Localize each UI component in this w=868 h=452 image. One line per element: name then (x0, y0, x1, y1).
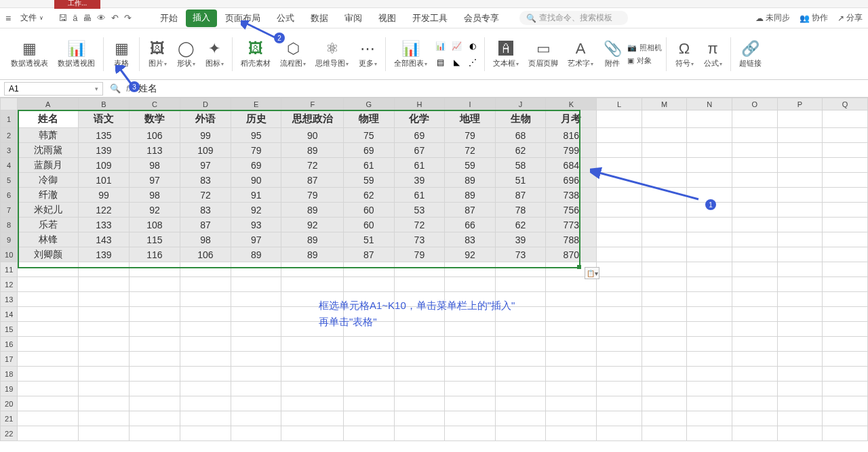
name-box[interactable]: A1▾ (4, 82, 103, 96)
cell-C9[interactable]: 115 (129, 232, 180, 247)
cell-H3[interactable]: 67 (394, 143, 445, 158)
cell-M18[interactable] (642, 367, 687, 382)
cell-N8[interactable] (687, 218, 732, 232)
cell-D21[interactable] (180, 411, 231, 426)
ribbon-icons[interactable]: ✦图标▾ (201, 31, 228, 77)
cell-G7[interactable]: 60 (344, 203, 395, 218)
cell-M7[interactable] (642, 203, 687, 218)
cell-Q21[interactable] (823, 411, 868, 426)
cell-M9[interactable] (642, 232, 687, 247)
cell-H8[interactable]: 72 (394, 218, 445, 232)
col-header-M[interactable]: M (642, 98, 687, 110)
cell-H19[interactable] (394, 382, 445, 396)
redo-icon[interactable]: ↷ (124, 13, 132, 23)
cell-Q8[interactable] (823, 218, 868, 232)
cell-A12[interactable] (18, 277, 79, 292)
cell-D12[interactable] (180, 277, 231, 292)
cell-L2[interactable] (597, 128, 642, 143)
cell-G1[interactable]: 物理 (344, 110, 395, 128)
cell-K7[interactable]: 756 (546, 203, 597, 218)
cell-O7[interactable] (732, 203, 778, 218)
col-header-J[interactable]: J (495, 98, 546, 110)
cell-C6[interactable]: 98 (129, 188, 180, 203)
ribbon-wordart[interactable]: A艺术字▾ (564, 31, 597, 77)
cell-O9[interactable] (732, 232, 778, 247)
cell-Q2[interactable] (823, 128, 868, 143)
cell-E13[interactable] (231, 292, 281, 307)
tab-start[interactable]: 开始 (152, 9, 186, 27)
cell-L17[interactable] (597, 352, 642, 367)
col-header-B[interactable]: B (78, 98, 129, 110)
row-header-10[interactable]: 10 (1, 247, 18, 262)
cell-I2[interactable]: 79 (445, 128, 496, 143)
ribbon-pivot-chart[interactable]: 📊数据透视图 (54, 31, 99, 77)
cell-D19[interactable] (180, 382, 231, 396)
cell-O19[interactable] (732, 382, 778, 396)
cell-Q10[interactable] (823, 247, 868, 262)
cell-G11[interactable] (344, 262, 395, 277)
tab-pagelayout[interactable]: 页面布局 (217, 9, 269, 27)
cell-Q16[interactable] (823, 337, 868, 352)
cell-J8[interactable]: 62 (495, 218, 546, 232)
cell-Q12[interactable] (823, 277, 868, 292)
cell-B11[interactable] (78, 262, 129, 277)
collab-button[interactable]: 👥协作 (800, 12, 828, 24)
cell-I6[interactable]: 89 (445, 188, 496, 203)
chart-line-icon[interactable]: 📈 (449, 39, 464, 54)
tab-data[interactable]: 数据 (302, 9, 336, 27)
ribbon-more[interactable]: ⋯更多▾ (354, 31, 381, 77)
print-icon[interactable]: 🖶 (83, 13, 92, 23)
cell-H16[interactable] (394, 337, 445, 352)
cell-D22[interactable] (180, 426, 231, 441)
row-header-22[interactable]: 22 (1, 426, 18, 441)
cell-B8[interactable]: 133 (78, 218, 129, 232)
cell-G20[interactable] (344, 396, 395, 411)
cell-P12[interactable] (777, 277, 823, 292)
cell-F17[interactable] (281, 352, 344, 367)
cell-K14[interactable] (546, 307, 597, 322)
cell-I12[interactable] (445, 277, 496, 292)
cell-P10[interactable] (777, 247, 823, 262)
cell-Q11[interactable] (823, 262, 868, 277)
cell-F16[interactable] (281, 337, 344, 352)
cell-J20[interactable] (495, 396, 546, 411)
cell-K20[interactable] (546, 396, 597, 411)
cell-I10[interactable]: 92 (445, 247, 496, 262)
cell-M16[interactable] (642, 337, 687, 352)
hamburger-icon[interactable]: ≡ (5, 13, 11, 24)
col-header-O[interactable]: O (732, 98, 778, 110)
cell-G21[interactable] (344, 411, 395, 426)
cell-I7[interactable]: 87 (445, 203, 496, 218)
cell-I1[interactable]: 地理 (445, 110, 496, 128)
cell-H17[interactable] (394, 352, 445, 367)
cell-D16[interactable] (180, 337, 231, 352)
cell-C19[interactable] (129, 382, 180, 396)
ribbon-textbox[interactable]: 🅰文本框▾ (489, 31, 523, 77)
cell-H20[interactable] (394, 396, 445, 411)
cell-B1[interactable]: 语文 (78, 110, 129, 128)
cell-C17[interactable] (129, 352, 180, 367)
cell-L7[interactable] (597, 203, 642, 218)
row-header-1[interactable]: 1 (1, 110, 18, 128)
cell-H11[interactable] (394, 262, 445, 277)
cell-D20[interactable] (180, 396, 231, 411)
cell-C11[interactable] (129, 262, 180, 277)
cell-B6[interactable]: 99 (78, 188, 129, 203)
cell-C10[interactable]: 116 (129, 247, 180, 262)
cell-C20[interactable] (129, 396, 180, 411)
cell-A8[interactable]: 乐若 (18, 218, 79, 232)
tab-view[interactable]: 视图 (370, 9, 404, 27)
cell-A10[interactable]: 刘卿颜 (18, 247, 79, 262)
row-header-8[interactable]: 8 (1, 218, 18, 232)
row-header-9[interactable]: 9 (1, 232, 18, 247)
cell-D4[interactable]: 97 (180, 158, 231, 173)
chart-bar-icon[interactable]: 📊 (433, 39, 448, 54)
cell-Q22[interactable] (823, 426, 868, 441)
cell-B18[interactable] (78, 367, 129, 382)
cell-M10[interactable] (642, 247, 687, 262)
cell-J17[interactable] (495, 352, 546, 367)
cell-B2[interactable]: 135 (78, 128, 129, 143)
cell-H7[interactable]: 53 (394, 203, 445, 218)
cell-I4[interactable]: 59 (445, 158, 496, 173)
cell-L20[interactable] (597, 396, 642, 411)
